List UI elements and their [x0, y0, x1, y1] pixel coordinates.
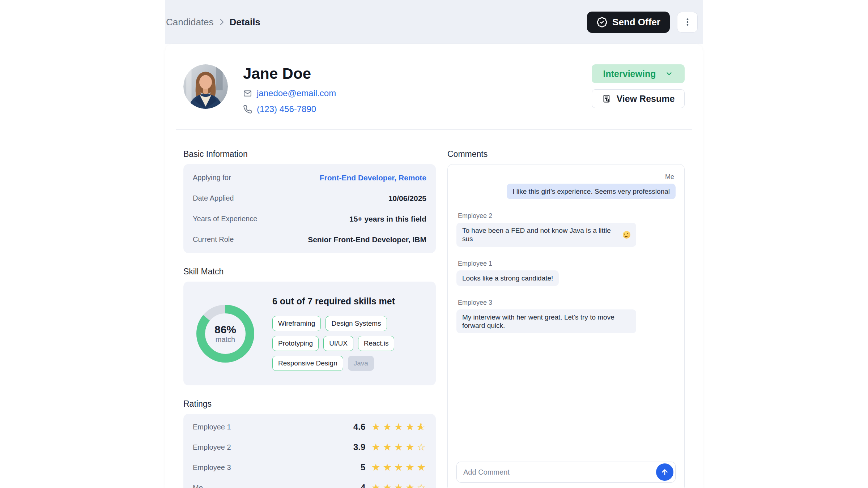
email-row: janedoe@email.com: [243, 88, 336, 98]
comments-list[interactable]: MeI like this girl’s experience. Seems v…: [456, 173, 676, 462]
rating-row: Employee 14.6★★★★☆★: [193, 417, 426, 437]
profile-actions: Interviewing View Resume: [592, 64, 685, 108]
avatar-photo: [183, 64, 228, 109]
breadcrumb-details: Details: [230, 17, 260, 28]
skill-match-title: Skill Match: [183, 267, 436, 277]
email-link[interactable]: janedoe@email.com: [257, 88, 336, 98]
profile-header: Jane Doe janedoe@email.com (123) 456-789…: [183, 44, 685, 114]
info-row: Date Applied10/06/2025: [193, 188, 426, 209]
ratings-title: Ratings: [183, 399, 436, 409]
star-icon: ★: [393, 483, 404, 488]
phone-icon: [243, 105, 252, 114]
info-row: Current RoleSenior Front-End Developer, …: [193, 229, 426, 250]
status-dropdown[interactable]: Interviewing: [592, 64, 685, 83]
star-icon: ★: [393, 463, 404, 472]
star-icon: ★: [382, 422, 392, 432]
comment-bubble: To have been a FED and not know Java is …: [456, 223, 636, 247]
star-icon: ★: [405, 422, 415, 432]
star-icon: ★: [405, 442, 415, 452]
basic-information-title: Basic Information: [183, 149, 436, 159]
comment-group: Employee 2To have been a FED and not kno…: [456, 212, 676, 247]
skill-chip: Java: [348, 356, 374, 371]
star-icon: ★: [393, 422, 404, 432]
donut-center: 86% match: [196, 305, 254, 363]
star-rating: ★★★★★: [371, 463, 426, 472]
info-label: Applying for: [193, 174, 231, 182]
skill-match-donut: 86% match: [196, 305, 254, 363]
topbar-actions: Send Offer: [587, 12, 698, 33]
skill-chips: WireframingDesign SystemsPrototypingUI/U…: [272, 316, 429, 371]
star-icon: ☆: [416, 442, 426, 452]
match-percent: 86%: [214, 324, 236, 335]
rating-number: 3.9: [353, 442, 365, 452]
info-value: Senior Front-End Developer, IBM: [308, 235, 426, 244]
star-rating: ★★★★☆★: [371, 422, 426, 432]
comment-author: Employee 2: [456, 212, 494, 220]
star-icon: ★: [405, 483, 415, 488]
star-icon: ★: [393, 442, 404, 452]
ratings-card: Employee 14.6★★★★☆★Employee 23.9★★★★☆Emp…: [183, 414, 436, 488]
match-label: match: [216, 335, 235, 343]
send-offer-button[interactable]: Send Offer: [587, 12, 670, 33]
phone-link[interactable]: (123) 456-7890: [257, 104, 316, 114]
comment-text: Looks like a strong candidate!: [462, 274, 553, 282]
topbar: Candidates Details Send Offer: [165, 0, 703, 44]
info-label: Date Applied: [193, 194, 234, 202]
phone-row: (123) 456-7890: [243, 104, 336, 114]
skill-chip: Design Systems: [326, 316, 387, 331]
view-resume-label: View Resume: [617, 94, 675, 104]
skill-chip: Prototyping: [272, 336, 319, 351]
info-value: 15+ years in this field: [349, 215, 426, 223]
rating-value-group: 3.9★★★★☆: [353, 442, 426, 452]
comment-text: My interview with her went great. Let's …: [462, 313, 630, 330]
right-column: Comments MeI like this girl’s experience…: [447, 130, 685, 488]
view-resume-button[interactable]: View Resume: [592, 89, 685, 108]
main-grid: Basic Information Applying forFront-End …: [183, 130, 685, 488]
comment-author: Employee 1: [456, 260, 494, 267]
star-icon: ★: [371, 442, 381, 452]
star-icon: ★: [371, 422, 381, 432]
rating-number: 5: [361, 462, 365, 472]
comment-group: MeI like this girl’s experience. Seems v…: [456, 173, 676, 199]
status-label: Interviewing: [603, 69, 656, 79]
skill-chip: React.is: [358, 336, 395, 351]
star-icon: ☆: [416, 483, 426, 488]
info-row: Applying forFront-End Developer, Remote: [193, 167, 426, 188]
rater-name: Me: [193, 484, 203, 488]
avatar: [183, 64, 228, 109]
kebab-icon: [683, 17, 692, 27]
rating-row: Me4★★★★☆: [193, 478, 426, 488]
star-icon: ★: [371, 483, 381, 488]
rater-name: Employee 3: [193, 463, 231, 472]
rating-value-group: 4.6★★★★☆★: [353, 422, 426, 432]
rating-number: 4.6: [353, 422, 365, 432]
comments-title: Comments: [447, 149, 685, 159]
comment-text: I like this girl’s experience. Seems ver…: [512, 187, 670, 196]
star-icon: ☆★: [416, 422, 426, 432]
info-row: Years of Experience15+ years in this fie…: [193, 209, 426, 229]
arrow-up-icon: [660, 468, 669, 476]
star-rating: ★★★★☆: [371, 442, 426, 452]
add-comment-input[interactable]: [456, 462, 676, 483]
more-options-button[interactable]: [677, 12, 698, 33]
profile-info: Jane Doe janedoe@email.com (123) 456-789…: [243, 64, 336, 114]
skill-chip: UI/UX: [323, 336, 353, 351]
star-icon: ★: [416, 463, 426, 472]
rater-name: Employee 2: [193, 443, 231, 451]
left-column: Basic Information Applying forFront-End …: [183, 130, 436, 488]
comment-text: To have been a FED and not know Java is …: [462, 226, 620, 243]
comment-bubble: I like this girl’s experience. Seems ver…: [507, 184, 676, 199]
chevron-right-icon: [217, 18, 226, 26]
send-comment-button[interactable]: [656, 463, 673, 481]
breadcrumb-candidates[interactable]: Candidates: [166, 17, 214, 28]
comment-bubble: Looks like a strong candidate!: [456, 270, 559, 286]
skills-summary: 6 out of 7 required skills met Wireframi…: [272, 296, 429, 371]
comment-group: Employee 1Looks like a strong candidate!: [456, 260, 676, 286]
comment-group: Employee 3My interview with her went gre…: [456, 299, 676, 333]
applying-for-link[interactable]: Front-End Developer, Remote: [320, 174, 426, 182]
star-rating: ★★★★☆: [371, 483, 426, 488]
rating-number: 4: [361, 483, 365, 488]
basic-information-card: Applying forFront-End Developer, RemoteD…: [183, 164, 436, 253]
rating-value-group: 5★★★★★: [361, 462, 426, 472]
skill-chip: Wireframing: [272, 316, 321, 331]
